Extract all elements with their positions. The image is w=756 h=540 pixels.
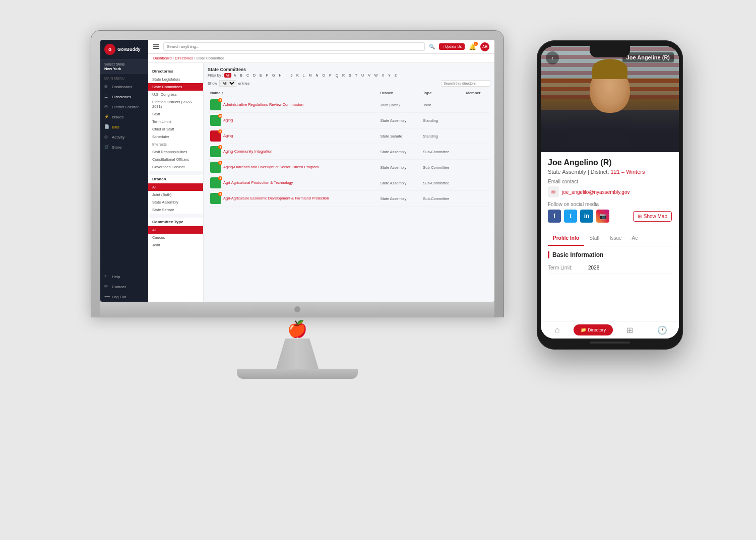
sidebar-item-bills[interactable]: 📄 Bills	[100, 122, 148, 132]
filter-type-joint[interactable]: Joint	[148, 241, 203, 249]
alpha-btn-w[interactable]: W	[373, 73, 380, 78]
nav-map[interactable]: ⊞	[613, 325, 646, 335]
hamburger-menu[interactable]	[153, 44, 159, 49]
alpha-btn-d[interactable]: D	[251, 73, 257, 78]
filter-type-all[interactable]: All	[148, 226, 203, 234]
alpha-btn-h[interactable]: H	[278, 73, 283, 78]
branch-cell: State Assembly	[378, 175, 421, 191]
alpha-btn-j[interactable]: J	[289, 73, 294, 78]
filter-election-districts[interactable]: Election Districts (2022-2031)	[148, 98, 203, 110]
notifications-button[interactable]: 🔔 3	[469, 43, 476, 50]
alpha-btn-all[interactable]: All	[224, 73, 231, 78]
alpha-btn-y[interactable]: Y	[387, 73, 392, 78]
filter-state-legislators[interactable]: State Legislators	[148, 76, 203, 83]
breadcrumb-dashboard[interactable]: Dashboard	[153, 56, 172, 60]
table-row[interactable]: 9Agri-Agricultural Production & Technolo…	[208, 175, 490, 191]
email-address[interactable]: joe_angelilo@nyassembly.gov	[562, 189, 630, 195]
filter-type-caucus[interactable]: Caucus	[148, 234, 203, 241]
linkedin-button[interactable]: in	[580, 210, 593, 223]
filter-branch-joint[interactable]: Joint (Both)	[148, 191, 203, 198]
alpha-btn-f[interactable]: F	[265, 73, 270, 78]
search-directory-input[interactable]	[441, 80, 490, 87]
directory-center-button[interactable]: 📁 Directory	[574, 324, 613, 335]
alpha-btn-e[interactable]: E	[258, 73, 264, 78]
instagram-button[interactable]: 📷	[596, 210, 609, 223]
tab-activity[interactable]: Ac	[627, 231, 643, 246]
back-button[interactable]: ‹	[546, 51, 559, 64]
filter-scheduler[interactable]: Scheduler	[148, 133, 203, 141]
filter-interests[interactable]: Interests	[148, 141, 203, 148]
alpha-btn-r[interactable]: R	[341, 73, 346, 78]
sidebar-label-store: Store	[112, 145, 121, 150]
sidebar-item-help[interactable]: ? Help	[100, 272, 148, 282]
phone-frame: ‹ Joe Angeline (R) Joe Angelino (R) Stat…	[537, 40, 683, 350]
alpha-btn-o[interactable]: O	[321, 73, 327, 78]
show-map-button[interactable]: ⊞ Show Map	[633, 211, 672, 222]
nav-home[interactable]: ⌂	[541, 325, 574, 334]
sidebar-item-activity[interactable]: ◎ Activity	[100, 132, 148, 142]
table-row[interactable]: 9Administrative Regulations Review Commi…	[208, 97, 490, 113]
sidebar-item-issues[interactable]: ⚡ Issues	[100, 112, 148, 122]
filter-us-congress[interactable]: U.S. Congress	[148, 91, 203, 98]
sidebar-item-contact[interactable]: ✉ Contact	[100, 282, 148, 292]
alpha-btn-q[interactable]: Q	[334, 73, 340, 78]
search-input[interactable]	[163, 42, 425, 51]
breadcrumb-directories[interactable]: Directories	[175, 56, 193, 60]
update-button[interactable]: ↑ Update Us	[439, 43, 465, 50]
alpha-btn-i[interactable]: I	[284, 73, 288, 78]
alpha-btn-z[interactable]: Z	[393, 73, 398, 78]
sidebar-item-dashboard[interactable]: ⊞ Dashboard	[100, 82, 148, 92]
alpha-btn-t[interactable]: T	[354, 73, 359, 78]
filter-chief-of-staff[interactable]: Chief of Staff	[148, 125, 203, 133]
committee-name-text[interactable]: Aging-Outreach and Oversight of Senior C…	[223, 165, 319, 169]
alpha-btn-a[interactable]: A	[232, 73, 238, 78]
sidebar-item-store[interactable]: 🛒 Store	[100, 142, 148, 152]
alpha-btn-k[interactable]: K	[295, 73, 300, 78]
alpha-btn-l[interactable]: L	[301, 73, 306, 78]
committee-name-text[interactable]: Agri-Agricultural Production & Technolog…	[223, 180, 293, 185]
filter-staff[interactable]: Staff	[148, 110, 203, 118]
alpha-btn-x[interactable]: X	[380, 73, 386, 78]
filter-term-limits[interactable]: Term Limits	[148, 118, 203, 125]
nav-history[interactable]: 🕐	[646, 325, 679, 335]
alpha-btn-u[interactable]: U	[360, 73, 365, 78]
table-row[interactable]: 9AgingState SenateStanding	[208, 128, 490, 144]
filter-staff-responsibilities[interactable]: Staff Responsibilities	[148, 148, 203, 156]
sidebar-item-logout[interactable]: ⟵ Log Out	[100, 292, 148, 302]
table-row[interactable]: 9Aging-Outreach and Oversight of Senior …	[208, 160, 490, 175]
committee-name-text[interactable]: Aging	[223, 133, 233, 138]
committee-name-text[interactable]: Aging	[223, 118, 233, 122]
alpha-btn-g[interactable]: G	[271, 73, 276, 78]
committee-name-text[interactable]: Aging-Community Integration	[223, 149, 272, 154]
apple-logo: 🍎	[287, 319, 307, 339]
alpha-btn-s[interactable]: S	[347, 73, 353, 78]
filter-state-committees[interactable]: State Committees	[148, 83, 203, 91]
filter-branch-senate[interactable]: State Senate	[148, 206, 203, 214]
filter-governors-cabinet[interactable]: Governor's Cabinet	[148, 163, 203, 171]
filter-branch-all[interactable]: All	[148, 183, 203, 191]
sidebar-item-district-locator[interactable]: ◎ District Locator	[100, 102, 148, 112]
tab-staff[interactable]: Staff	[584, 231, 604, 246]
table-row[interactable]: 20AgingState AssemblyStanding	[208, 113, 490, 128]
alpha-btn-p[interactable]: P	[328, 73, 333, 78]
twitter-button[interactable]: t	[564, 210, 577, 223]
tab-profile-info[interactable]: Profile Info	[548, 231, 584, 246]
filter-branch-assembly[interactable]: State Assembly	[148, 198, 203, 206]
alpha-btn-n[interactable]: N	[314, 73, 320, 78]
alpha-btn-m[interactable]: M	[307, 73, 313, 78]
user-avatar[interactable]: AH	[480, 42, 489, 51]
committee-name-text[interactable]: Administrative Regulations Review Commis…	[223, 102, 303, 107]
alpha-btn-v[interactable]: V	[366, 73, 372, 78]
state-selector[interactable]: Select State New York	[100, 59, 148, 74]
committee-name-text[interactable]: Agri-Agriculture Economic Development & …	[223, 196, 329, 200]
table-row[interactable]: 9Agri-Agriculture Economic Development &…	[208, 191, 490, 207]
sidebar-item-directories[interactable]: ☰ Directories	[100, 92, 148, 102]
alpha-btn-c[interactable]: C	[245, 73, 250, 78]
show-select[interactable]: All 10 25	[219, 80, 236, 87]
table-row[interactable]: 9Aging-Community IntegrationState Assemb…	[208, 144, 490, 160]
facebook-button[interactable]: f	[548, 210, 561, 223]
alpha-btn-b[interactable]: B	[238, 73, 244, 78]
search-button[interactable]: 🔍	[429, 44, 435, 49]
tab-issue[interactable]: Issue	[605, 231, 627, 246]
filter-constitutional-officers[interactable]: Constitutional Officers	[148, 156, 203, 163]
